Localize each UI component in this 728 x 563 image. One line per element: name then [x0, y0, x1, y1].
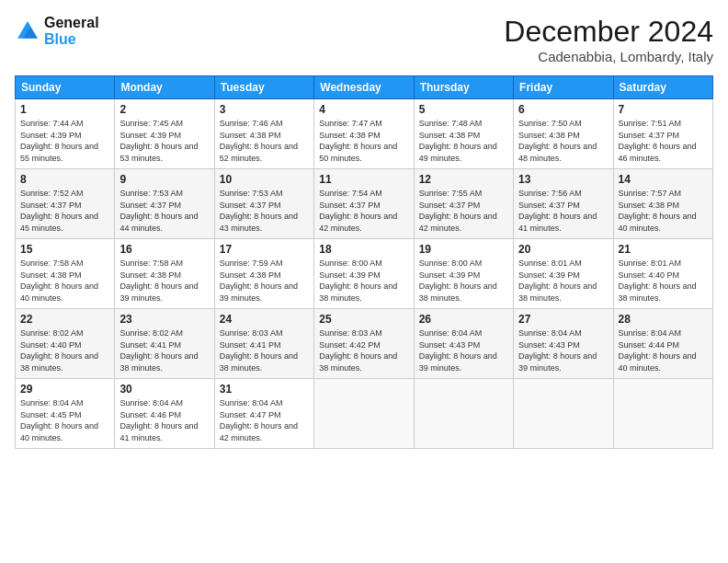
day-cell: 29 Sunrise: 8:04 AM Sunset: 4:45 PM Dayl…	[16, 379, 115, 449]
day-cell: 30 Sunrise: 8:04 AM Sunset: 4:46 PM Dayl…	[115, 379, 214, 449]
day-cell: 14 Sunrise: 7:57 AM Sunset: 4:38 PM Dayl…	[613, 169, 712, 239]
location: Cadenabbia, Lombardy, Italy	[504, 49, 713, 64]
day-info: Sunrise: 8:02 AM Sunset: 4:41 PM Dayligh…	[119, 327, 209, 373]
day-number: 19	[419, 243, 508, 256]
day-info: Sunrise: 7:57 AM Sunset: 4:38 PM Dayligh…	[619, 188, 708, 234]
day-info: Sunrise: 7:44 AM Sunset: 4:39 PM Dayligh…	[20, 118, 109, 164]
col-header-thursday: Thursday	[414, 76, 513, 99]
day-cell: 12 Sunrise: 7:55 AM Sunset: 4:37 PM Dayl…	[414, 169, 513, 239]
week-row-4: 22 Sunrise: 8:02 AM Sunset: 4:40 PM Dayl…	[16, 309, 713, 379]
day-number: 27	[518, 313, 608, 326]
day-info: Sunrise: 8:04 AM Sunset: 4:43 PM Dayligh…	[419, 327, 508, 373]
day-cell: 21 Sunrise: 8:01 AM Sunset: 4:40 PM Dayl…	[613, 239, 712, 309]
day-number: 15	[20, 243, 109, 256]
day-cell: 28 Sunrise: 8:04 AM Sunset: 4:44 PM Dayl…	[613, 309, 712, 379]
logo: General Blue	[15, 15, 99, 47]
day-cell: 20 Sunrise: 8:01 AM Sunset: 4:39 PM Dayl…	[514, 239, 613, 309]
day-number: 18	[319, 243, 408, 256]
day-cell: 27 Sunrise: 8:04 AM Sunset: 4:43 PM Dayl…	[514, 309, 613, 379]
day-cell	[613, 379, 712, 449]
day-cell: 3 Sunrise: 7:46 AM Sunset: 4:38 PM Dayli…	[214, 99, 313, 169]
logo-text: General Blue	[44, 15, 99, 47]
day-number: 21	[619, 243, 708, 256]
day-info: Sunrise: 7:53 AM Sunset: 4:37 PM Dayligh…	[220, 188, 309, 234]
day-number: 25	[319, 313, 408, 326]
logo-icon	[15, 18, 40, 44]
day-info: Sunrise: 8:03 AM Sunset: 4:42 PM Dayligh…	[319, 327, 408, 373]
day-info: Sunrise: 7:48 AM Sunset: 4:38 PM Dayligh…	[419, 118, 508, 164]
day-number: 23	[119, 313, 209, 326]
day-cell: 6 Sunrise: 7:50 AM Sunset: 4:38 PM Dayli…	[514, 99, 613, 169]
day-info: Sunrise: 8:03 AM Sunset: 4:41 PM Dayligh…	[220, 327, 309, 373]
day-number: 30	[119, 383, 209, 396]
col-header-sunday: Sunday	[16, 76, 115, 99]
day-info: Sunrise: 7:55 AM Sunset: 4:37 PM Dayligh…	[419, 188, 508, 234]
day-info: Sunrise: 8:01 AM Sunset: 4:40 PM Dayligh…	[619, 258, 708, 304]
day-info: Sunrise: 7:51 AM Sunset: 4:37 PM Dayligh…	[619, 118, 708, 164]
day-number: 7	[619, 103, 708, 116]
day-number: 10	[220, 173, 309, 186]
day-cell	[514, 379, 613, 449]
day-info: Sunrise: 7:45 AM Sunset: 4:39 PM Dayligh…	[119, 118, 209, 164]
page-container: General Blue December 2024 Cadenabbia, L…	[0, 0, 728, 456]
day-cell: 1 Sunrise: 7:44 AM Sunset: 4:39 PM Dayli…	[16, 99, 115, 169]
day-number: 24	[220, 313, 309, 326]
day-info: Sunrise: 7:56 AM Sunset: 4:37 PM Dayligh…	[518, 188, 608, 234]
day-info: Sunrise: 8:00 AM Sunset: 4:39 PM Dayligh…	[319, 258, 408, 304]
header: General Blue December 2024 Cadenabbia, L…	[15, 15, 713, 64]
day-number: 29	[20, 383, 109, 396]
day-number: 28	[619, 313, 708, 326]
col-header-monday: Monday	[115, 76, 214, 99]
day-number: 17	[220, 243, 309, 256]
day-cell: 22 Sunrise: 8:02 AM Sunset: 4:40 PM Dayl…	[16, 309, 115, 379]
month-title: December 2024	[504, 15, 713, 49]
day-info: Sunrise: 7:54 AM Sunset: 4:37 PM Dayligh…	[319, 188, 408, 234]
day-number: 8	[20, 173, 109, 186]
day-info: Sunrise: 8:04 AM Sunset: 4:47 PM Dayligh…	[220, 397, 309, 443]
day-number: 4	[319, 103, 408, 116]
day-cell: 15 Sunrise: 7:58 AM Sunset: 4:38 PM Dayl…	[16, 239, 115, 309]
day-cell: 8 Sunrise: 7:52 AM Sunset: 4:37 PM Dayli…	[16, 169, 115, 239]
day-info: Sunrise: 7:58 AM Sunset: 4:38 PM Dayligh…	[119, 258, 209, 304]
day-cell: 19 Sunrise: 8:00 AM Sunset: 4:39 PM Dayl…	[414, 239, 513, 309]
day-cell: 5 Sunrise: 7:48 AM Sunset: 4:38 PM Dayli…	[414, 99, 513, 169]
day-number: 22	[20, 313, 109, 326]
day-number: 14	[619, 173, 708, 186]
day-number: 3	[220, 103, 309, 116]
calendar-table: SundayMondayTuesdayWednesdayThursdayFrid…	[15, 75, 713, 449]
day-cell	[414, 379, 513, 449]
week-row-1: 1 Sunrise: 7:44 AM Sunset: 4:39 PM Dayli…	[16, 99, 713, 169]
day-cell: 18 Sunrise: 8:00 AM Sunset: 4:39 PM Dayl…	[314, 239, 414, 309]
day-cell: 11 Sunrise: 7:54 AM Sunset: 4:37 PM Dayl…	[314, 169, 414, 239]
day-info: Sunrise: 8:04 AM Sunset: 4:46 PM Dayligh…	[119, 397, 209, 443]
day-cell: 23 Sunrise: 8:02 AM Sunset: 4:41 PM Dayl…	[115, 309, 214, 379]
col-header-wednesday: Wednesday	[314, 76, 414, 99]
day-number: 1	[20, 103, 109, 116]
day-cell: 13 Sunrise: 7:56 AM Sunset: 4:37 PM Dayl…	[514, 169, 613, 239]
day-cell: 10 Sunrise: 7:53 AM Sunset: 4:37 PM Dayl…	[214, 169, 313, 239]
day-cell: 4 Sunrise: 7:47 AM Sunset: 4:38 PM Dayli…	[314, 99, 414, 169]
day-cell: 31 Sunrise: 8:04 AM Sunset: 4:47 PM Dayl…	[214, 379, 313, 449]
day-number: 16	[119, 243, 209, 256]
day-number: 13	[518, 173, 608, 186]
day-info: Sunrise: 7:47 AM Sunset: 4:38 PM Dayligh…	[319, 118, 408, 164]
day-cell: 9 Sunrise: 7:53 AM Sunset: 4:37 PM Dayli…	[115, 169, 214, 239]
day-info: Sunrise: 7:46 AM Sunset: 4:38 PM Dayligh…	[220, 118, 309, 164]
day-number: 11	[319, 173, 408, 186]
day-cell	[314, 379, 414, 449]
day-cell: 7 Sunrise: 7:51 AM Sunset: 4:37 PM Dayli…	[613, 99, 712, 169]
day-cell: 24 Sunrise: 8:03 AM Sunset: 4:41 PM Dayl…	[214, 309, 313, 379]
day-cell: 26 Sunrise: 8:04 AM Sunset: 4:43 PM Dayl…	[414, 309, 513, 379]
day-cell: 17 Sunrise: 7:59 AM Sunset: 4:38 PM Dayl…	[214, 239, 313, 309]
col-header-friday: Friday	[514, 76, 613, 99]
title-block: December 2024 Cadenabbia, Lombardy, Ital…	[504, 15, 713, 64]
day-cell: 25 Sunrise: 8:03 AM Sunset: 4:42 PM Dayl…	[314, 309, 414, 379]
day-info: Sunrise: 8:04 AM Sunset: 4:43 PM Dayligh…	[518, 327, 608, 373]
day-number: 26	[419, 313, 508, 326]
day-info: Sunrise: 7:50 AM Sunset: 4:38 PM Dayligh…	[518, 118, 608, 164]
day-info: Sunrise: 8:00 AM Sunset: 4:39 PM Dayligh…	[419, 258, 508, 304]
week-row-2: 8 Sunrise: 7:52 AM Sunset: 4:37 PM Dayli…	[16, 169, 713, 239]
day-number: 20	[518, 243, 608, 256]
day-number: 5	[419, 103, 508, 116]
day-cell: 2 Sunrise: 7:45 AM Sunset: 4:39 PM Dayli…	[115, 99, 214, 169]
